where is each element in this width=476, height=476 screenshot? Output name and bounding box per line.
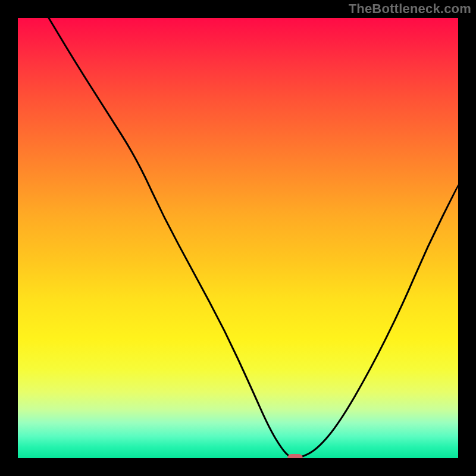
bottleneck-curve [18, 18, 458, 458]
plot-area [18, 18, 458, 458]
optimal-marker [287, 454, 303, 458]
watermark-text: TheBottleneck.com [349, 1, 471, 17]
chart-frame: TheBottleneck.com [0, 0, 476, 476]
